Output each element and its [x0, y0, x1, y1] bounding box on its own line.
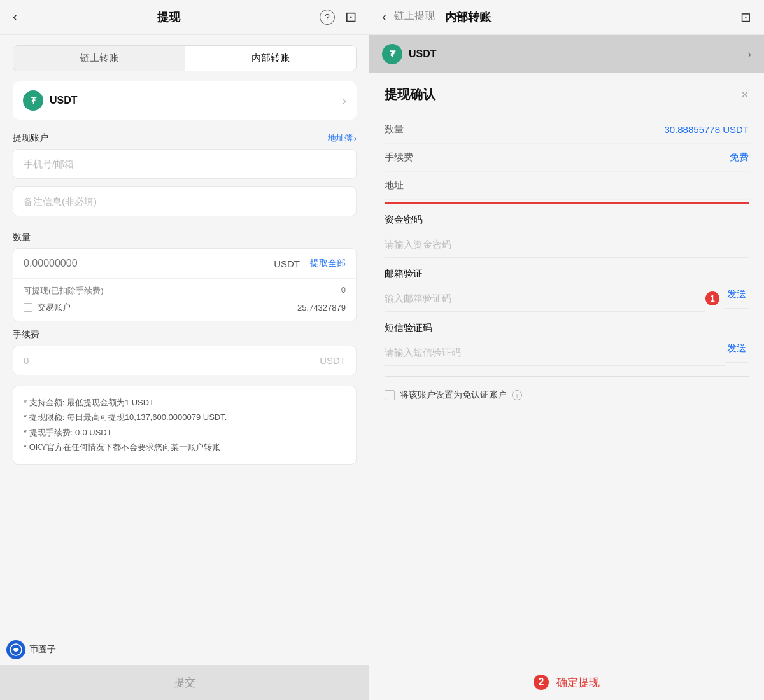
confirm-address-label: 地址	[385, 179, 404, 192]
confirm-amount-value: 30.88855778 USDT	[664, 124, 749, 135]
dialog-title: 提现确认	[385, 86, 435, 103]
currency-selector[interactable]: ₮ USDT ›	[13, 81, 357, 120]
confirm-btn-label: 确定提现	[556, 675, 600, 690]
bottom-divider-2	[385, 414, 749, 414]
confirm-badge: 2	[534, 675, 549, 690]
available-amount-row: 可提现(已扣除手续费) 0	[24, 285, 346, 297]
exempt-label: 将该账户设置为免认证账户	[400, 389, 507, 401]
tab-chain-transfer[interactable]: 链上转账	[13, 46, 185, 71]
sms-verify-section: 短信验证码 发送	[385, 322, 749, 366]
currency-name: USDT	[50, 95, 343, 106]
fee-box: 0 USDT	[13, 346, 357, 375]
amount-input[interactable]	[24, 258, 274, 269]
email-verify-label: 邮箱验证	[385, 268, 749, 280]
right-tab-internal[interactable]: 内部转账	[445, 10, 491, 25]
close-dialog-button[interactable]: ×	[740, 87, 749, 103]
phone-email-input[interactable]	[13, 149, 357, 179]
withdraw-account-label: 提现账户	[13, 132, 48, 144]
fee-value: 0	[24, 355, 29, 366]
address-book-link[interactable]: 地址簿 ›	[328, 132, 357, 144]
confirm-fee-label: 手续费	[385, 151, 413, 164]
email-badge: 1	[705, 291, 719, 305]
left-panel: ‹ 提现 ? ⊡ 链上转账 内部转账 ₮ USDT › 提现账户 地址簿	[0, 0, 369, 700]
sms-input-row: 发送	[385, 339, 749, 366]
withdraw-account-section: 提现账户 地址簿 ›	[13, 132, 357, 144]
left-header: ‹ 提现 ? ⊡	[0, 0, 369, 35]
account-checkbox[interactable]	[24, 303, 32, 312]
exempt-checkbox[interactable]	[385, 390, 395, 400]
email-input-row: 1 发送	[385, 285, 749, 312]
amount-section-title: 数量	[13, 232, 357, 243]
confirm-fee-value: 免费	[730, 151, 749, 164]
right-tab-chain[interactable]: 链上提现	[394, 10, 435, 25]
currency-chevron-icon: ›	[343, 94, 346, 108]
note-1: * 支持金额: 最低提现金额为1 USDT	[24, 395, 346, 410]
withdraw-all-button[interactable]: 提取全部	[310, 258, 346, 269]
right-currency-selector[interactable]: ₮ USDT ›	[369, 35, 764, 73]
amount-info: 可提现(已扣除手续费) 0 交易账户 25.74327879	[13, 279, 356, 321]
amount-input-row: USDT 提取全部	[13, 249, 356, 279]
fee-section-title: 手续费	[13, 329, 357, 340]
submit-button[interactable]: 提交	[0, 665, 369, 700]
watermark-logo	[6, 640, 25, 659]
right-content: 提现确认 × 数量 30.88855778 USDT 手续费 免费 地址 资金密…	[369, 73, 764, 664]
confirm-row-fee: 手续费 免费	[385, 144, 749, 172]
left-tab-bar: 链上转账 内部转账	[13, 45, 357, 71]
fee-unit: USDT	[320, 355, 346, 366]
watermark-text: 币圈子	[29, 644, 56, 655]
sms-verify-label: 短信验证码	[385, 322, 749, 334]
fund-password-section: 资金密码	[385, 214, 749, 258]
confirm-submit-button[interactable]: 2 确定提现	[369, 664, 764, 700]
left-header-icons: ? ⊡	[320, 9, 357, 25]
amount-unit: USDT	[274, 258, 300, 269]
info-icon[interactable]: i	[512, 390, 522, 400]
left-page-title: 提现	[157, 10, 180, 25]
right-tab-links: 链上提现 内部转账	[394, 10, 733, 25]
watermark: 币圈子	[0, 638, 62, 662]
email-code-input[interactable]	[385, 285, 705, 312]
amount-box: USDT 提取全部 可提现(已扣除手续费) 0 交易账户 25.74327879	[13, 248, 357, 321]
available-label: 可提现(已扣除手续费)	[24, 285, 104, 297]
history-icon[interactable]: ⊡	[345, 9, 357, 25]
exempt-row: 将该账户设置为免认证账户 i	[385, 382, 749, 409]
fund-password-input[interactable]	[385, 231, 749, 258]
note-4: * OKY官方在任何情况下都不会要求您向某一账户转账	[24, 440, 346, 454]
right-header: ‹ 链上提现 内部转账 ⊡	[369, 0, 764, 35]
confirm-row-amount: 数量 30.88855778 USDT	[385, 116, 749, 144]
right-currency-chevron-icon: ›	[747, 48, 751, 61]
confirm-amount-label: 数量	[385, 123, 404, 136]
right-history-icon[interactable]: ⊡	[740, 10, 751, 25]
fund-password-label: 资金密码	[385, 214, 749, 226]
tab-internal-transfer[interactable]: 内部转账	[185, 46, 356, 71]
right-panel: ‹ 链上提现 内部转账 ⊡ ₮ USDT › 提现确认 × 数量 30.8885…	[369, 0, 764, 700]
dialog-title-row: 提现确认 ×	[385, 86, 749, 103]
note-3: * 提现手续费: 0-0 USDT	[24, 425, 346, 440]
left-back-button[interactable]: ‹	[13, 9, 17, 25]
account-value: 25.74327879	[76, 303, 346, 312]
currency-logo: ₮	[23, 90, 43, 111]
email-send-button[interactable]: 发送	[725, 288, 749, 309]
account-label: 交易账户	[38, 302, 71, 313]
bottom-divider	[385, 376, 749, 377]
sms-send-button[interactable]: 发送	[725, 342, 749, 363]
email-verify-section: 邮箱验证 1 发送	[385, 268, 749, 312]
right-back-button[interactable]: ‹	[382, 9, 386, 25]
note-2: * 提现限额: 每日最高可提现10,137,600.0000079 USDT.	[24, 410, 346, 424]
right-currency-name: USDT	[409, 48, 747, 60]
account-row: 交易账户 25.74327879	[24, 302, 346, 313]
note-input[interactable]	[13, 186, 357, 216]
confirm-row-address: 地址	[385, 172, 749, 200]
available-value: 0	[341, 285, 346, 297]
left-content: ₮ USDT › 提现账户 地址簿 › 数量 USDT 提取全部	[0, 81, 369, 700]
right-currency-logo: ₮	[382, 44, 402, 64]
sms-code-input[interactable]	[385, 339, 725, 366]
red-divider	[385, 202, 749, 204]
notes-box: * 支持金额: 最低提现金额为1 USDT * 提现限额: 每日最高可提现10,…	[13, 386, 357, 465]
help-icon[interactable]: ?	[320, 10, 335, 25]
